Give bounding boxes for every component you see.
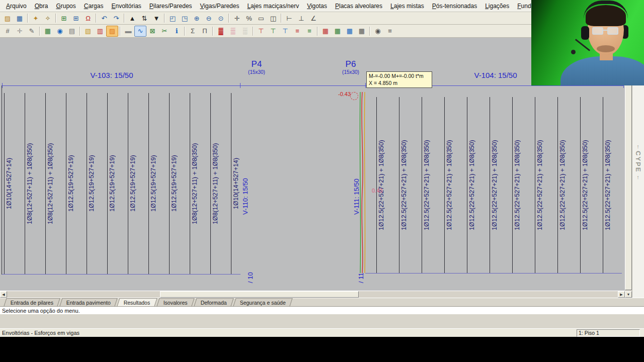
tab-label: Segurança e saúde — [240, 300, 286, 306]
column-table-icon[interactable]: ⊞ — [58, 13, 70, 24]
tab-entrada-pavimento[interactable]: Entrada pavimento — [60, 298, 118, 306]
tab-deformada[interactable]: Deformada — [194, 298, 233, 306]
loads-omega-icon[interactable]: Ω — [82, 13, 94, 24]
horizontal-scroll-thumb[interactable] — [160, 291, 359, 298]
scroll-down-button[interactable]: ▼ — [625, 291, 632, 298]
move-updown-icon[interactable]: ⇅ — [138, 13, 150, 24]
green-table-icon[interactable]: ▦ — [42, 26, 54, 37]
rebar-line — [422, 97, 422, 273]
steel-pi-icon[interactable]: Π — [199, 26, 211, 37]
glasses-bridge — [603, 30, 607, 31]
check-green-icon[interactable]: ⊠ — [146, 26, 158, 37]
envelopes-wave-icon[interactable]: ∿ — [134, 26, 146, 37]
beam-yellow-icon[interactable]: ▧ — [82, 26, 94, 37]
t-section-green-icon[interactable]: ⊤ — [267, 26, 279, 37]
configuration-icon[interactable]: ✧ — [42, 13, 54, 24]
section-solid-icon[interactable]: ▓ — [215, 26, 227, 37]
grid-dark-icon[interactable]: ▦ — [356, 26, 368, 37]
horizontal-scrollbar[interactable]: ◀ ▶ — [0, 291, 625, 298]
zoom-in-icon[interactable]: ⊕ — [191, 13, 203, 24]
layer-list-icon[interactable]: ≡ — [384, 26, 396, 37]
floor-grid-icon[interactable]: # — [2, 26, 14, 37]
mic-boom — [575, 39, 590, 51]
deck-red-icon[interactable]: ≡ — [291, 26, 303, 37]
zoom-extents-icon[interactable]: ◳ — [179, 13, 191, 24]
beam-bottom-line-left — [2, 274, 240, 275]
redo-icon[interactable]: ↷ — [110, 13, 122, 24]
perpendicular-icon[interactable]: ⊥ — [295, 13, 307, 24]
menu-placas-alveolares[interactable]: Placas alveolares — [331, 2, 386, 11]
tab-resultados[interactable]: Resultados — [117, 298, 157, 306]
section-light-icon[interactable]: ░ — [239, 26, 251, 37]
undo-icon[interactable]: ↶ — [98, 13, 110, 24]
cype-logo-text: CYPE — [634, 151, 642, 172]
status-hint-text: Selecione uma opção do menu. — [2, 308, 80, 314]
select-arrow-icon[interactable]: ▲ — [126, 13, 138, 24]
view-tabs: Entrada de pilaresEntrada pavimentoResul… — [0, 298, 644, 306]
ortho-icon[interactable]: ⊢ — [283, 13, 295, 24]
toolbar-separator — [317, 27, 318, 36]
deck-green-icon[interactable]: ≡ — [303, 26, 315, 37]
menu-grupos[interactable]: Grupos — [52, 2, 79, 11]
beam-label-v104: V-104: 15/50 — [455, 71, 536, 79]
beam-errors-icon[interactable]: ▨ — [106, 26, 118, 37]
menu-envoltorias[interactable]: Envoltórias — [107, 2, 145, 11]
toolbar-separator — [164, 14, 165, 23]
floor-indicator[interactable]: 1: Piso 1 — [577, 329, 640, 337]
pan-icon[interactable]: ✛ — [231, 13, 243, 24]
tab-label: Entrada de pilares — [11, 300, 53, 306]
grid-red-icon[interactable]: ▦ — [319, 26, 332, 37]
tab-seguranca-e-saude[interactable]: Segurança e saúde — [233, 298, 292, 306]
info-icon[interactable]: ℹ — [171, 26, 183, 37]
menu-vigas-paredes[interactable]: Vigas/Paredes — [196, 2, 244, 11]
zoom-previous-icon[interactable]: ⊙ — [215, 13, 227, 24]
toolbar-separator — [184, 27, 185, 36]
t-section-blue-icon[interactable]: ⊤ — [279, 26, 291, 37]
menu-pilares-paredes[interactable]: Pilares/Paredes — [145, 2, 196, 11]
webcam-overlay — [531, 0, 644, 85]
steel-sigma-icon[interactable]: Σ — [187, 26, 199, 37]
full-window-icon[interactable]: ▭ — [255, 13, 267, 24]
crop-beam-icon[interactable]: ✂ — [158, 26, 171, 37]
edit-pen-icon[interactable]: ✎ — [26, 26, 38, 37]
menu-pos-tensionadas[interactable]: Pós-tensionadas — [428, 2, 481, 11]
menu-obra[interactable]: Obra — [31, 2, 52, 11]
view-eye-icon[interactable]: ◉ — [372, 26, 384, 37]
menu-ligacoes[interactable]: Ligações — [481, 2, 513, 11]
beam-red-icon[interactable]: ▥ — [94, 26, 106, 37]
scale-percent-icon[interactable]: % — [243, 13, 255, 24]
dual-window-icon[interactable]: ◫ — [267, 13, 279, 24]
menu-arquivo[interactable]: Arquivo — [2, 2, 31, 11]
resources-icon[interactable]: ✦ — [30, 13, 42, 24]
zoom-window-icon[interactable]: ◰ — [167, 13, 179, 24]
beam-table-icon[interactable]: ⊞ — [70, 13, 82, 24]
sheet-icon[interactable]: ▤ — [66, 26, 78, 37]
beam-tick — [365, 83, 366, 88]
open-obra-icon[interactable]: ▨ — [2, 13, 14, 24]
menu-cargas[interactable]: Cargas — [80, 2, 108, 11]
save-obra-icon[interactable]: ▦ — [14, 13, 26, 24]
grid-blue-icon[interactable]: ▦ — [344, 26, 356, 37]
column-p4-size: (15x30) — [238, 69, 275, 75]
measure-angle-icon[interactable]: ∠ — [307, 13, 319, 24]
toolbar-separator — [228, 14, 229, 23]
tab-entrada-de-pilares[interactable]: Entrada de pilares — [4, 298, 60, 306]
menu-lajes-macicas-nerv[interactable]: Lajes maciças/nerv — [243, 2, 303, 11]
grid-green-icon[interactable]: ▦ — [332, 26, 344, 37]
dropdown-icon[interactable]: ▼ — [150, 13, 163, 24]
menu-lajes-mistas[interactable]: Lajes mistas — [386, 2, 428, 11]
t-section-red-icon[interactable]: ⊤ — [255, 26, 267, 37]
scroll-left-button[interactable]: ◀ — [0, 291, 7, 298]
glasses-left-lens — [592, 27, 603, 35]
scroll-right-button[interactable]: ▶ — [618, 291, 625, 298]
bars-gray-icon[interactable]: ▬ — [122, 26, 134, 37]
cype-arrow-top-icon: ↑ — [636, 143, 639, 149]
moment-positive-value: 0.43 — [372, 188, 382, 194]
tab-label: Entrada pavimento — [66, 300, 111, 306]
zoom-out-icon[interactable]: ⊖ — [203, 13, 215, 24]
reference-axes-icon[interactable]: ✛ — [14, 26, 26, 37]
menu-vigotas[interactable]: Vigotas — [303, 2, 331, 11]
section-medium-icon[interactable]: ▒ — [227, 26, 239, 37]
tab-isovalores[interactable]: Isovalores — [156, 298, 194, 306]
drop-tool-icon[interactable]: ◉ — [54, 26, 66, 37]
